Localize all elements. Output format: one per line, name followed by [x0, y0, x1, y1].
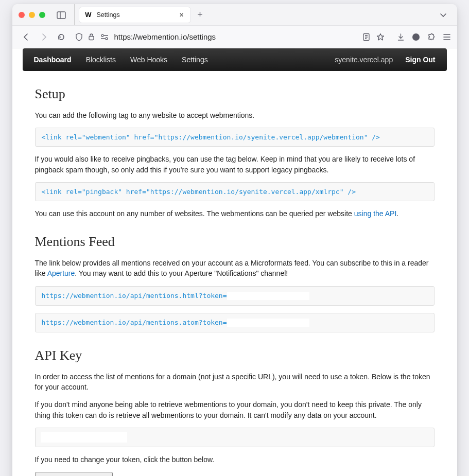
svg-point-3	[101, 34, 103, 37]
url-toolbar: https://webmention.io/settings	[12, 26, 457, 48]
setup-intro: You can add the following tag to any web…	[35, 110, 435, 120]
browser-window: W Settings × +	[12, 4, 457, 476]
tab-title: Settings	[97, 11, 174, 19]
new-tab-button[interactable]: +	[194, 9, 206, 20]
main-content: Setup You can add the following tag to a…	[12, 86, 457, 476]
maximize-window-button[interactable]	[39, 12, 45, 18]
api-key-p2: If you don't mind anyone being able to r…	[35, 399, 435, 420]
reload-button[interactable]	[54, 29, 69, 45]
nav-webhooks[interactable]: Web Hooks	[130, 56, 167, 64]
nav-right: syenite.vercel.app Sign Out	[335, 56, 435, 64]
svg-point-5	[106, 38, 108, 40]
using-the-api-link[interactable]: using the API	[354, 209, 397, 218]
browser-tab[interactable]: W Settings ×	[79, 7, 191, 23]
tab-strip: W Settings × +	[74, 4, 451, 25]
url-text: https://webmention.io/settings	[114, 32, 357, 41]
downloads-icon[interactable]	[397, 33, 405, 41]
app-menu-icon[interactable]	[443, 33, 451, 41]
svg-rect-0	[57, 12, 65, 19]
api-token-box[interactable]	[35, 428, 435, 447]
tab-list-dropdown-icon[interactable]	[440, 12, 451, 17]
nav-dashboard[interactable]: Dashboard	[34, 56, 72, 64]
lock-icon[interactable]	[88, 33, 95, 41]
traffic-lights	[19, 12, 45, 18]
webmention-link-code[interactable]: <link rel="webmention" href="https://web…	[35, 128, 435, 147]
back-button[interactable]	[19, 29, 34, 45]
svg-rect-2	[89, 37, 94, 40]
reader-mode-icon[interactable]	[362, 33, 370, 41]
pingback-intro: If you would also like to receive pingba…	[35, 154, 435, 175]
mentions-atom-url[interactable]: https://webmention.io/api/mentions.atom?…	[35, 313, 435, 332]
site-nav: Dashboard Blocklists Web Hooks Settings …	[23, 48, 447, 71]
pingback-link-code[interactable]: <link rel="pingback" href="https://webme…	[35, 182, 435, 201]
mentions-feed-heading: Mentions Feed	[35, 234, 435, 250]
minimize-window-button[interactable]	[29, 12, 35, 18]
forward-button[interactable]	[36, 29, 51, 45]
api-key-heading: API Key	[35, 348, 435, 363]
generate-token-button[interactable]: Generate New Token	[35, 472, 113, 476]
tab-favicon-icon: W	[84, 11, 93, 19]
api-key-p1: In order to access the list of mentions …	[35, 372, 435, 393]
svg-point-14	[412, 33, 420, 41]
bookmark-icon[interactable]	[376, 33, 385, 41]
setup-api-note: You can use this account on any number o…	[35, 208, 435, 219]
mentions-html-url[interactable]: https://webmention.io/api/mentions.html?…	[35, 286, 435, 306]
token-mask	[227, 292, 309, 300]
svg-marker-11	[377, 33, 384, 40]
api-key-p3: If you need to change your token, click …	[35, 454, 435, 465]
permissions-icon[interactable]	[100, 33, 109, 41]
api-token-value	[41, 432, 127, 443]
sign-out-link[interactable]: Sign Out	[405, 56, 435, 64]
account-icon[interactable]	[412, 33, 420, 41]
sidebar-toggle-icon[interactable]	[57, 11, 65, 19]
page-content: Dashboard Blocklists Web Hooks Settings …	[12, 48, 457, 476]
feed-intro: The link below provides all mentions rec…	[35, 258, 435, 279]
nav-blocklists[interactable]: Blocklists	[86, 56, 116, 64]
aperture-link[interactable]: Aperture	[47, 269, 75, 277]
token-mask	[227, 319, 309, 327]
title-bar: W Settings × +	[12, 4, 457, 26]
close-window-button[interactable]	[19, 12, 25, 18]
extensions-icon[interactable]	[427, 33, 436, 41]
site-user-link[interactable]: syenite.vercel.app	[335, 56, 393, 64]
nav-settings[interactable]: Settings	[182, 56, 208, 64]
close-tab-icon[interactable]: ×	[178, 11, 185, 19]
nav-links: Dashboard Blocklists Web Hooks Settings	[34, 56, 208, 64]
url-right-icons	[362, 33, 385, 41]
setup-heading: Setup	[35, 86, 435, 102]
security-icons	[75, 33, 109, 41]
shield-icon[interactable]	[75, 33, 83, 41]
toolbar-right	[397, 33, 451, 41]
address-bar[interactable]: https://webmention.io/settings	[75, 32, 385, 41]
